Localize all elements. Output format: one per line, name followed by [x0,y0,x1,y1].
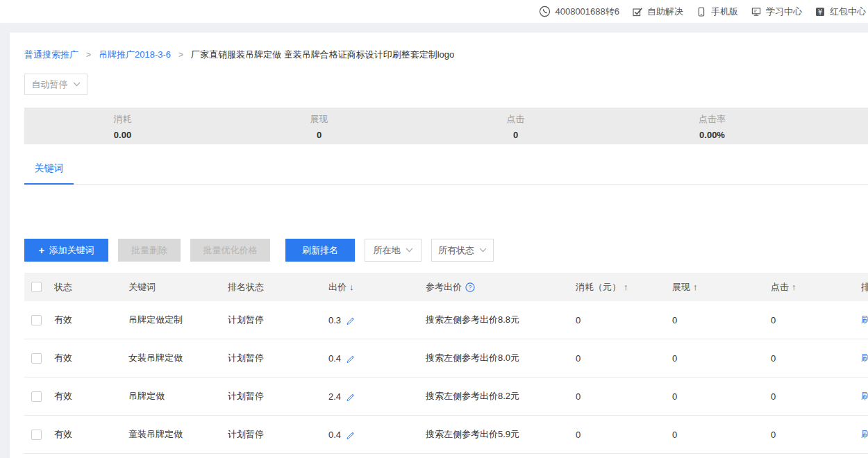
edit-pencil-icon[interactable] [346,353,356,363]
breadcrumb-unit: 厂家直销服装吊牌定做 童装吊牌合格证商标设计印刷整套定制logo [191,49,454,61]
stat-cost-label: 消耗 [24,113,221,126]
header-rank-status: 排名状态 [221,281,322,294]
stat-ctr-label: 点击率 [614,113,810,126]
cell-impressions: 0 [665,315,764,325]
edit-pencil-icon[interactable] [346,315,356,325]
refresh-rank-link[interactable]: 刷新 [854,390,868,402]
breadcrumb-campaign-type[interactable]: 普通搜索推广 [24,49,78,61]
cell-keyword: 吊牌定做定制 [122,314,221,326]
cell-status: 有效 [47,390,122,402]
chevron-down-icon [479,248,487,253]
select-all-checkbox[interactable] [24,282,47,292]
stat-impressions-label: 展现 [221,113,417,126]
self-help-link[interactable]: 自助解决 [632,6,683,18]
cell-impressions: 0 [665,430,764,440]
header-cost[interactable]: 消耗（元）↑ [569,281,665,294]
hotline: 4008001688转6 [539,6,619,18]
smartphone-icon [696,6,707,17]
sort-asc-icon: ↑ [792,282,796,292]
red-packet-icon: ¥ [815,6,826,17]
plan-status-dropdown[interactable]: 自动暂停 [24,74,87,95]
phone-icon [539,6,551,17]
keywords-table: 状态 关键词 排名状态 出价↓ 参考出价? 消耗（元）↑ 展现↑ 点击↑ 排名 … [24,273,868,454]
row-checkbox[interactable] [24,391,47,402]
edit-pencil-icon[interactable] [346,430,356,439]
red-packet-link[interactable]: ¥ 红包中心 [815,6,866,18]
monitor-icon [751,6,762,17]
breadcrumb-separator: > [178,50,183,60]
stat-clicks-value: 0 [417,130,614,140]
chevron-down-icon [406,248,413,253]
cell-bid: 0.4 [322,430,419,440]
header-keyword: 关键词 [122,281,221,294]
refresh-rank-link[interactable]: 刷新 [854,428,868,441]
location-filter-dropdown[interactable]: 所在地 [365,239,422,262]
self-help-label: 自助解决 [647,6,683,18]
svg-text:?: ? [469,284,472,291]
table-row: 有效 吊牌定做 计划暂停 2.4 搜索左侧参考出价8.2元 0 0 0 刷新 [24,378,868,416]
main-card: 普通搜索推广 > 吊牌推广2018-3-6 > 厂家直销服装吊牌定做 童装吊牌合… [10,33,868,458]
header-impressions[interactable]: 展现↑ [665,281,764,294]
cell-keyword: 童装吊牌定做 [122,428,221,441]
stat-cost: 消耗 0.00 [24,108,221,144]
table-row: 有效 童装吊牌定做 计划暂停 0.4 搜索左侧参考出价5.9元 0 0 0 刷新 [24,416,868,454]
cell-clicks: 0 [764,353,854,364]
learning-center-label: 学习中心 [766,6,802,18]
cell-rank-status: 计划暂停 [221,352,322,364]
location-filter-label: 所在地 [374,244,401,257]
stat-impressions-value: 0 [221,130,417,140]
row-checkbox[interactable] [24,315,47,325]
cell-keyword: 吊牌定做 [122,390,221,402]
stat-ctr-value: 0.00% [614,130,810,140]
breadcrumb: 普通搜索推广 > 吊牌推广2018-3-6 > 厂家直销服装吊牌定做 童装吊牌合… [24,49,868,61]
svg-text:¥: ¥ [818,8,822,15]
cell-ref-bid: 搜索左侧参考出价8.2元 [419,390,569,402]
header-status: 状态 [47,281,122,294]
breadcrumb-plan[interactable]: 吊牌推广2018-3-6 [99,49,171,61]
hotline-number: 4008001688转6 [555,6,619,18]
mobile-version-link[interactable]: 手机版 [696,6,738,18]
cell-ref-bid: 搜索左侧参考出价8.0元 [419,352,569,364]
breadcrumb-separator: > [86,50,91,60]
table-header-row: 状态 关键词 排名状态 出价↓ 参考出价? 消耗（元）↑ 展现↑ 点击↑ 排名 [24,273,868,301]
stat-clicks-label: 点击 [417,113,614,126]
table-row: 有效 吊牌定做定制 计划暂停 0.3 搜索左侧参考出价8.8元 0 0 0 刷新 [24,301,868,339]
batch-optimize-button[interactable]: 批量优化价格 [190,239,270,262]
learning-center-link[interactable]: 学习中心 [751,6,802,18]
stat-ctr: 点击率 0.00% [614,108,810,144]
header-bid[interactable]: 出价↓ [322,281,419,294]
cell-clicks: 0 [764,315,854,325]
sort-desc-icon: ↓ [349,282,354,292]
add-keyword-button[interactable]: +添加关键词 [24,239,108,262]
status-filter-label: 所有状态 [438,244,474,257]
refresh-rank-link[interactable]: 刷新 [854,314,868,326]
sort-asc-icon: ↑ [693,282,698,292]
topbar: 4008001688转6 自助解决 手机版 学习中心 ¥ 红包中心 [0,0,868,23]
toolbar: +添加关键词 批量删除 批量优化价格 刷新排名 所在地 所有状态 [24,239,868,262]
question-circle-icon[interactable]: ? [465,282,475,292]
cell-cost: 0 [569,315,665,325]
edit-pencil-icon[interactable] [346,391,356,401]
cell-bid: 0.4 [322,353,419,364]
refresh-rank-button[interactable]: 刷新排名 [285,239,355,262]
row-checkbox[interactable] [24,353,47,364]
refresh-rank-link[interactable]: 刷新 [854,352,868,364]
batch-delete-button[interactable]: 批量删除 [118,239,181,262]
cell-keyword: 女装吊牌定做 [122,352,221,364]
header-clicks[interactable]: 点击↑ [764,281,854,294]
row-checkbox[interactable] [24,430,47,440]
tab-bar: 关键词 [24,162,868,185]
stat-impressions: 展现 0 [221,108,417,144]
add-keyword-label: 添加关键词 [49,244,94,257]
red-packet-label: 红包中心 [830,6,866,18]
cell-status: 有效 [47,428,122,441]
cell-rank-status: 计划暂停 [221,428,322,441]
cell-impressions: 0 [665,391,764,402]
tab-keywords[interactable]: 关键词 [24,162,74,185]
check-square-icon [632,6,643,17]
status-filter-dropdown[interactable]: 所有状态 [431,239,494,262]
cell-impressions: 0 [665,353,764,364]
cell-cost: 0 [569,391,665,402]
mobile-version-label: 手机版 [711,6,738,18]
cell-clicks: 0 [764,430,854,440]
